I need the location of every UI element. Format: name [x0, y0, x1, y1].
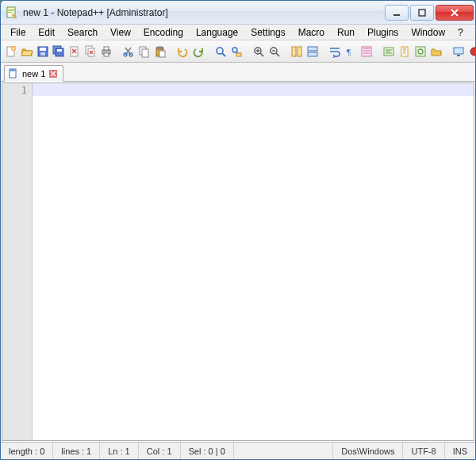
sync-h-icon[interactable]	[305, 44, 320, 59]
doc-map-icon[interactable]	[397, 44, 412, 59]
language-icon[interactable]	[382, 44, 396, 59]
menu-macro[interactable]: Macro	[292, 25, 331, 40]
line-number: 1	[2, 83, 32, 96]
svg-rect-33	[298, 47, 301, 56]
menu-language[interactable]: Language	[190, 25, 244, 40]
menu-encoding[interactable]: Encoding	[137, 25, 190, 40]
replace-icon[interactable]	[229, 44, 244, 59]
menubar: File Edit Search View Encoding Language …	[1, 25, 475, 40]
menu-plugins[interactable]: Plugins	[361, 25, 405, 40]
close-file-icon[interactable]	[67, 44, 82, 59]
svg-rect-1	[8, 9, 14, 10]
status-lines: lines : 1	[53, 443, 100, 459]
svg-point-27	[217, 48, 223, 54]
redo-icon[interactable]	[191, 44, 205, 59]
save-all-icon[interactable]	[52, 44, 66, 59]
find-icon[interactable]	[213, 44, 228, 59]
status-length: length : 0	[1, 443, 53, 459]
sync-v-icon[interactable]	[290, 44, 304, 59]
svg-rect-34	[308, 47, 317, 51]
svg-rect-5	[419, 10, 425, 16]
record-macro-icon[interactable]	[467, 44, 476, 59]
word-wrap-icon[interactable]	[328, 44, 342, 59]
status-sel: Sel : 0 | 0	[181, 443, 234, 459]
function-list-icon[interactable]	[413, 44, 428, 59]
status-encoding[interactable]: UTF-8	[403, 443, 444, 459]
svg-rect-13	[57, 49, 62, 52]
zoom-in-icon[interactable]	[251, 44, 266, 59]
menubar-close-x[interactable]: X	[470, 26, 476, 39]
svg-rect-29	[236, 53, 241, 56]
monitor-icon[interactable]	[451, 44, 466, 59]
status-insert-mode[interactable]: INS	[445, 443, 475, 459]
indent-guide-icon[interactable]	[359, 44, 374, 59]
zoom-out-icon[interactable]	[267, 44, 282, 59]
status-col: Col : 1	[139, 443, 181, 459]
svg-point-44	[470, 48, 476, 56]
menu-run[interactable]: Run	[331, 25, 361, 40]
window-controls	[383, 5, 474, 21]
status-eol[interactable]: Dos\Windows	[333, 443, 403, 459]
cut-icon[interactable]	[121, 44, 136, 59]
status-ln: Ln : 1	[100, 443, 139, 459]
menu-help[interactable]: ?	[451, 25, 470, 40]
app-icon	[6, 6, 18, 19]
paste-icon[interactable]	[153, 44, 167, 59]
text-editor[interactable]	[33, 83, 474, 440]
svg-rect-26	[159, 51, 165, 57]
menu-settings[interactable]: Settings	[244, 25, 291, 40]
statusbar: length : 0 lines : 1 Ln : 1 Col : 1 Sel …	[1, 442, 475, 459]
minimize-button[interactable]	[385, 5, 409, 21]
tab-close-icon[interactable]	[48, 69, 58, 79]
svg-text:¶: ¶	[347, 47, 351, 56]
menu-window[interactable]: Window	[405, 25, 451, 40]
svg-rect-18	[104, 47, 109, 50]
tab-new-1[interactable]: new 1	[4, 65, 63, 82]
menu-search[interactable]: Search	[61, 25, 104, 40]
file-icon	[8, 68, 19, 79]
svg-rect-43	[457, 55, 460, 56]
copy-icon[interactable]	[137, 44, 152, 59]
titlebar[interactable]: new 1 - Notepad++ [Administrator]	[1, 1, 475, 25]
undo-icon[interactable]	[175, 44, 190, 59]
editor-line[interactable]	[33, 83, 474, 96]
svg-rect-40	[416, 47, 425, 56]
svg-rect-46	[10, 69, 16, 71]
print-icon[interactable]	[99, 44, 113, 59]
menu-edit[interactable]: Edit	[32, 25, 61, 40]
svg-rect-32	[292, 47, 296, 56]
close-all-icon[interactable]	[83, 44, 98, 59]
line-number-gutter: 1	[2, 83, 33, 440]
svg-rect-19	[104, 53, 109, 56]
svg-rect-4	[393, 14, 400, 16]
tab-label: new 1	[22, 69, 45, 79]
svg-rect-9	[40, 48, 46, 51]
svg-rect-10	[40, 52, 45, 56]
svg-rect-42	[454, 48, 463, 54]
svg-rect-3	[8, 12, 13, 13]
open-file-icon[interactable]	[20, 44, 34, 59]
editor-area: 1	[2, 82, 474, 441]
menu-view[interactable]: View	[104, 25, 137, 40]
maximize-button[interactable]	[410, 5, 434, 21]
all-chars-icon[interactable]: ¶	[344, 44, 358, 59]
svg-rect-25	[158, 47, 162, 49]
new-file-icon[interactable]	[4, 44, 18, 59]
toolbar: ¶	[1, 40, 475, 63]
menu-file[interactable]: File	[4, 25, 32, 40]
app-window: new 1 - Notepad++ [Administrator] File E…	[0, 0, 476, 460]
close-button[interactable]	[436, 5, 474, 21]
save-icon[interactable]	[36, 44, 50, 59]
folder-workspace-icon[interactable]	[429, 44, 443, 59]
tabbar: new 1	[1, 63, 475, 82]
svg-rect-2	[8, 10, 14, 11]
window-title: new 1 - Notepad++ [Administrator]	[23, 7, 383, 18]
svg-rect-23	[142, 49, 148, 57]
svg-rect-35	[308, 52, 317, 56]
